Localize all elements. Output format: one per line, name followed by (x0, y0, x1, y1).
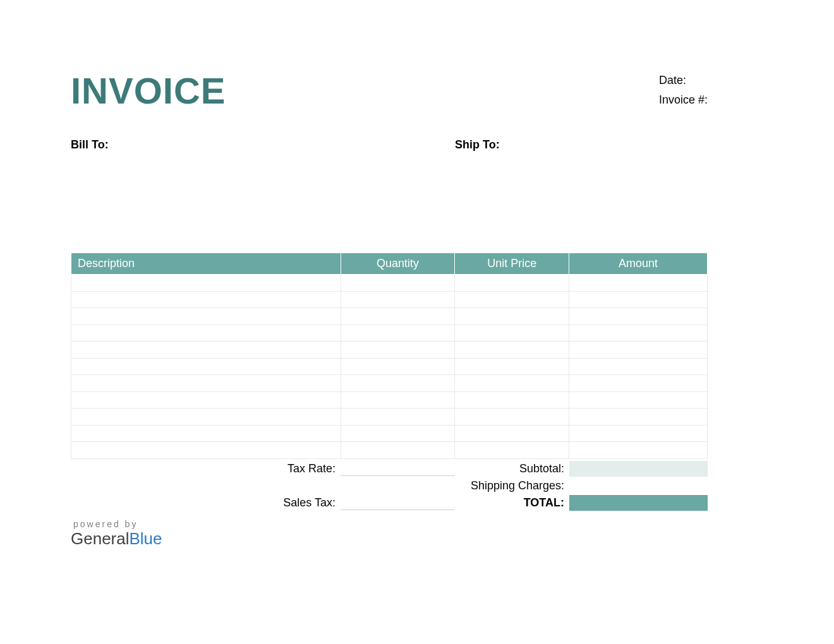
table-cell[interactable] (569, 325, 708, 342)
table-cell[interactable] (569, 408, 708, 426)
shipping-value (569, 478, 708, 494)
table-row (71, 375, 708, 392)
sales-tax-field[interactable] (341, 495, 455, 510)
ship-to-block: Ship To: (455, 138, 708, 152)
table-cell[interactable] (341, 308, 455, 325)
table-cell[interactable] (455, 291, 569, 308)
table-cell[interactable] (341, 291, 455, 308)
powered-by-label: powered by (73, 519, 708, 529)
table-row (71, 325, 708, 342)
table-cell[interactable] (71, 425, 341, 442)
table-cell[interactable] (569, 425, 708, 442)
ship-to-label: Ship To: (455, 138, 708, 152)
table-cell[interactable] (455, 391, 569, 408)
table-cell[interactable] (455, 342, 569, 359)
table-cell[interactable] (455, 275, 569, 292)
brand-part1: General (71, 529, 130, 548)
table-cell[interactable] (71, 342, 341, 359)
table-cell[interactable] (455, 425, 569, 442)
table-row (71, 358, 708, 375)
table-row (71, 442, 708, 459)
table-row (71, 291, 708, 308)
table-cell[interactable] (569, 375, 708, 392)
table-cell[interactable] (71, 291, 341, 308)
col-unit-price: Unit Price (455, 253, 569, 275)
table-cell[interactable] (71, 391, 341, 408)
table-cell[interactable] (455, 358, 569, 375)
line-items-table: Description Quantity Unit Price Amount (71, 253, 708, 459)
table-cell[interactable] (341, 375, 455, 392)
table-cell[interactable] (71, 442, 341, 459)
table-cell[interactable] (341, 425, 455, 442)
header-row: INVOICE Date: Invoice #: (71, 73, 708, 113)
summary-block: Tax Rate: Subtotal: Shipping Charges: Sa… (71, 460, 708, 511)
table-row (71, 342, 708, 359)
table-cell[interactable] (341, 358, 455, 375)
meta-block: Date: Invoice #: (659, 74, 708, 113)
table-cell[interactable] (569, 275, 708, 292)
invoice-number-label: Invoice #: (659, 93, 708, 107)
subtotal-value (569, 461, 708, 477)
tax-rate-field[interactable] (341, 461, 455, 476)
date-label: Date: (659, 74, 708, 87)
invoice-page: INVOICE Date: Invoice #: Bill To: Ship T… (71, 73, 708, 549)
invoice-title: INVOICE (71, 73, 226, 109)
table-cell[interactable] (341, 342, 455, 359)
col-description: Description (71, 253, 341, 275)
table-cell[interactable] (71, 375, 341, 392)
table-cell[interactable] (341, 442, 455, 459)
table-cell[interactable] (71, 308, 341, 325)
table-row (71, 408, 708, 426)
table-cell[interactable] (455, 308, 569, 325)
table-cell[interactable] (71, 408, 341, 426)
table-row (71, 425, 708, 442)
table-cell[interactable] (569, 358, 708, 375)
table-cell[interactable] (71, 275, 341, 292)
table-cell[interactable] (341, 408, 455, 426)
table-row (71, 391, 708, 408)
table-cell[interactable] (455, 325, 569, 342)
sales-tax-label: Sales Tax: (71, 496, 341, 510)
shipping-label: Shipping Charges: (455, 479, 569, 492)
table-header-row: Description Quantity Unit Price Amount (71, 253, 708, 275)
table-cell[interactable] (569, 391, 708, 408)
tax-rate-label: Tax Rate: (71, 462, 341, 475)
footer-brand: powered by GeneralBlue (71, 519, 708, 549)
brand-part2: Blue (130, 529, 162, 548)
table-cell[interactable] (455, 375, 569, 392)
col-quantity: Quantity (341, 253, 455, 275)
table-cell[interactable] (455, 442, 569, 459)
table-cell[interactable] (71, 358, 341, 375)
table-cell[interactable] (341, 391, 455, 408)
table-cell[interactable] (569, 291, 708, 308)
table-cell[interactable] (341, 325, 455, 342)
summary-row-2: Shipping Charges: (71, 477, 708, 494)
table-cell[interactable] (569, 308, 708, 325)
col-amount: Amount (569, 253, 708, 275)
subtotal-label: Subtotal: (455, 462, 569, 475)
bill-to-block: Bill To: (71, 138, 455, 152)
table-cell[interactable] (569, 442, 708, 459)
table-row (71, 308, 708, 325)
bill-to-label: Bill To: (71, 138, 455, 152)
total-label: TOTAL: (455, 496, 569, 510)
table-cell[interactable] (71, 325, 341, 342)
summary-row-1: Tax Rate: Subtotal: (71, 460, 708, 477)
table-cell[interactable] (341, 275, 455, 292)
address-row: Bill To: Ship To: (71, 138, 708, 152)
table-cell[interactable] (569, 342, 708, 359)
table-row (71, 275, 708, 292)
table-cell[interactable] (455, 408, 569, 426)
brand-logo: GeneralBlue (71, 529, 708, 549)
summary-row-3: Sales Tax: TOTAL: (71, 494, 708, 511)
total-value (569, 495, 708, 511)
spacer (341, 478, 455, 493)
